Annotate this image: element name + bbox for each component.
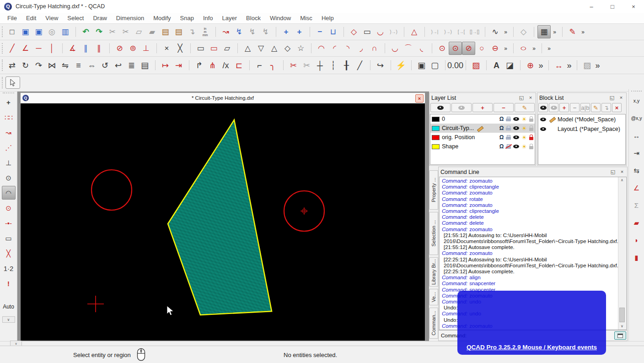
select-contour-button[interactable]: ↝ <box>219 25 232 38</box>
draw-settings-button[interactable]: ✎ <box>566 25 579 38</box>
info-distance-entity-entity-button[interactable]: ⇆ <box>630 163 643 177</box>
snap-middle-button[interactable]: -•- <box>2 216 16 230</box>
explode-button[interactable]: ⚡ <box>394 59 408 72</box>
select-rectangle-button[interactable]: ▭ <box>360 25 374 38</box>
ellipse-overflow-button[interactable]: » <box>530 42 538 55</box>
select-curve-button[interactable]: ◡ <box>374 25 387 38</box>
scrollbar-thumb[interactable] <box>619 308 625 322</box>
save-as-button[interactable]: ▣ <box>32 25 45 38</box>
add-to-selection-button[interactable]: + <box>293 25 306 38</box>
layer-row[interactable]: Circuit-Typ... Ω ☀ <box>430 124 535 133</box>
print-preview-button[interactable]: ◎ <box>45 25 59 38</box>
rectangle-2-points-button[interactable]: ▭ <box>194 42 207 55</box>
line-bisector-button[interactable]: ∡ <box>66 42 79 55</box>
snap-intersection-button[interactable]: ╳ <box>2 246 16 260</box>
line-tangent-perpendicular-button[interactable]: ⊥ <box>140 42 153 55</box>
snap-auto-button[interactable]: ◠ <box>2 186 16 200</box>
menu-item[interactable]: Block <box>242 15 265 22</box>
menu-item[interactable]: View <box>41 15 63 22</box>
break-manual-button[interactable]: ╂ <box>340 59 353 72</box>
polygon-center-corner-button[interactable]: △ <box>241 42 254 55</box>
menu-item[interactable]: File <box>3 15 21 22</box>
layer-color-swatch[interactable] <box>432 144 440 149</box>
layer-snap-magnet-icon[interactable]: Ω <box>499 125 504 131</box>
break-out-segment-button[interactable]: ┼ <box>313 59 327 72</box>
arc-tangent-button[interactable]: ◟ <box>415 42 428 55</box>
new-file-button[interactable]: □ <box>5 25 19 38</box>
select-polygon-button[interactable]: ◇ <box>347 25 360 38</box>
menu-item[interactable]: Info <box>199 15 218 22</box>
menu-item[interactable]: Select <box>63 15 88 22</box>
layer-print-icon[interactable] <box>506 119 511 121</box>
remove-segment-button[interactable]: /x <box>219 59 232 72</box>
mirror-button[interactable]: ⋈ <box>45 59 59 72</box>
select-limit-start-button[interactable]: )→| <box>428 25 441 38</box>
clip-rectangle-button[interactable]: ⊏ <box>232 59 246 72</box>
command-panel-float-icon[interactable]: ◱ <box>610 169 616 175</box>
remove-block-button[interactable]: − <box>570 103 580 112</box>
order-button[interactable]: ▤ <box>138 59 151 72</box>
grid-toggle-button[interactable]: ▦ <box>537 25 551 38</box>
offset-button[interactable]: ≡ <box>72 59 85 72</box>
arc-2-points-height-button[interactable]: ∩ <box>368 42 381 55</box>
lengthen-button[interactable]: ↦ <box>159 59 172 72</box>
layer-lock-icon[interactable] <box>529 128 533 131</box>
layer-panel-close-icon[interactable]: × <box>527 95 534 101</box>
layer-row[interactable]: 0 Ω ☀ <box>430 114 535 124</box>
menu-item[interactable]: Dimension <box>112 15 149 22</box>
paste-from-documents-button[interactable]: ↴ <box>185 25 199 38</box>
save-button[interactable]: ▣ <box>19 25 32 38</box>
scroll-up-icon[interactable]: ∧ <box>618 177 626 184</box>
text-button[interactable]: A <box>490 59 503 72</box>
close-button[interactable]: × <box>623 0 644 13</box>
arc-2-points-angle-button[interactable]: ◞ <box>354 42 368 55</box>
block-row[interactable]: Layout1 (*Paper_Space) <box>538 124 625 134</box>
layer-row[interactable]: orig. Position Ω ☀ <box>430 133 535 142</box>
dimension-overflow-button[interactable]: » <box>565 59 573 72</box>
layer-brightness-sun-icon[interactable]: ☀ <box>521 135 527 141</box>
insert-block-button[interactable]: ↴ <box>601 103 611 112</box>
dimension-button[interactable]: ↔ <box>552 59 565 72</box>
tab-property-editor[interactable]: Property ... <box>429 170 438 210</box>
line-parallel-button[interactable]: ∥ <box>92 42 106 55</box>
info-absolute-coordinate-button[interactable]: x,y <box>630 94 643 108</box>
close-block-button[interactable]: × <box>612 103 622 112</box>
circle-2-points-diameter-button[interactable]: ⊖ <box>488 42 502 55</box>
hatched-polygon[interactable] <box>168 120 272 315</box>
layer-visibility-eye-icon[interactable] <box>513 135 519 139</box>
info-distance-entity-point-button[interactable]: ⇥ <box>630 146 643 160</box>
remove-from-selection-button[interactable]: − <box>313 25 327 38</box>
arc-2-points-radius-button[interactable]: ◝ <box>341 42 354 55</box>
qcad-events-link[interactable]: QCAD Pro 3.25.2.9 Mouse / Keyboard event… <box>457 344 606 351</box>
polygon-two-corners-button[interactable]: △ <box>268 42 281 55</box>
layer-lock-icon[interactable] <box>529 146 533 149</box>
line-cross-button[interactable]: ╳ <box>173 42 187 55</box>
line-tangent-two-circles-button[interactable]: ⊚ <box>126 42 140 55</box>
line-tangent-point-circle-button[interactable]: ⊘ <box>113 42 126 55</box>
snap-toolbar-expand-chevron-icon[interactable]: ∨ <box>2 316 15 323</box>
menu-item[interactable]: Edit <box>21 15 41 22</box>
rectangle-size-button[interactable]: ▭ <box>207 42 220 55</box>
isometric-projection-button[interactable]: ◇ <box>517 25 530 38</box>
to-back-button[interactable]: ▢ <box>428 59 441 72</box>
block-panel-close-icon[interactable]: × <box>618 95 624 101</box>
menu-item[interactable]: Modify <box>149 15 175 22</box>
tab-selection-filter[interactable]: Selection ... <box>429 212 438 255</box>
line-horizontal-button[interactable]: ─ <box>32 42 45 55</box>
line-parallel-through-point-button[interactable]: ∥ <box>79 42 92 55</box>
hatch-roller-button[interactable]: ▨ <box>469 59 483 72</box>
snap-coordinate-button[interactable]: ! <box>2 276 16 290</box>
cross-marker[interactable] <box>87 296 104 312</box>
reference-circle-left[interactable] <box>91 170 132 210</box>
info-polygonal-area-button[interactable]: ▰ <box>630 216 643 229</box>
block-panel-float-icon[interactable]: ◱ <box>609 95 615 101</box>
move-button[interactable]: ⇄ <box>5 59 19 72</box>
info-circular-area-button[interactable]: ◗ <box>630 233 643 247</box>
paste-button[interactable]: ▤ <box>159 25 172 38</box>
scroll-down-icon[interactable]: ∨ <box>618 323 626 330</box>
block-row[interactable]: Model (*Model_Space) <box>538 114 625 124</box>
revert-direction-button[interactable]: ↩ <box>112 59 125 72</box>
undo-button[interactable]: ↶ <box>79 25 92 38</box>
line-orthogonal-button[interactable]: × <box>160 42 173 55</box>
polygon-center-side-button[interactable]: ▽ <box>254 42 268 55</box>
